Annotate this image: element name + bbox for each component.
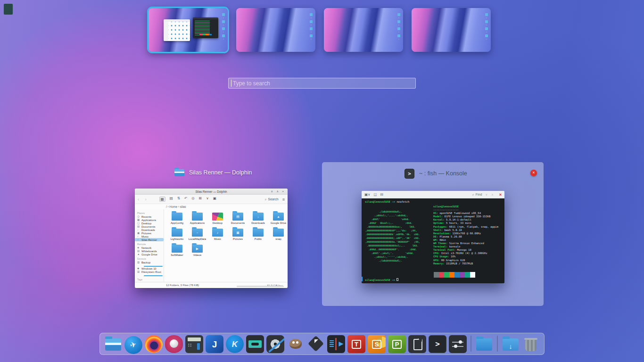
sidebar-item: ▣ Pictures <box>135 231 164 235</box>
planmaker[interactable]: P <box>388 335 406 353</box>
neofetch-info-row: Uptime5 hours, 33 mins <box>433 222 498 225</box>
find-button: ⌕ Find <box>472 193 482 197</box>
neofetch-info-row: DEPlasma 5.20.80 <box>433 235 498 239</box>
desktop-icons <box>397 13 400 37</box>
diamond-app[interactable] <box>307 335 325 355</box>
wallpaper-thumbnail <box>236 8 315 52</box>
toolbar-icon: ⇅ <box>177 197 180 202</box>
discover[interactable]: ✈ <box>124 336 142 354</box>
desktop-2[interactable] <box>236 8 315 52</box>
folder-item: ▲ Google Drive <box>268 213 288 224</box>
breadcrumb: / › Home › silas <box>135 204 288 209</box>
place-icon: ↓ <box>137 229 140 231</box>
textmaker[interactable]: T <box>347 335 365 353</box>
sidebar-item: ▥ Backup <box>135 261 164 267</box>
tab-controls: ▣∨ ◫ ⊟ <box>364 192 383 197</box>
dolphin-folder-view: AppConfig Applications Desktop ▤ Documen… <box>164 209 288 282</box>
folder-icon <box>192 213 203 221</box>
folder-item: snap <box>268 229 288 240</box>
firefox[interactable] <box>145 335 163 353</box>
joplin[interactable]: J <box>206 335 223 353</box>
dolphin-task[interactable] <box>475 335 493 355</box>
tweaks-app[interactable] <box>449 335 467 353</box>
konsole-toolbar: ▣∨ ◫ ⊟ ⌕ Find ∨ ∧ × <box>362 191 504 198</box>
kcalc[interactable]: ∷ <box>185 335 203 353</box>
sidebar-item: ▲ Google Drive <box>135 253 164 256</box>
neofetch-divider: ---------------- <box>433 208 498 212</box>
shotcut[interactable]: ▶ <box>327 335 345 353</box>
video-editor[interactable] <box>266 335 284 353</box>
folder-item: ↓ Downloads <box>248 213 268 224</box>
terminal-color-palette <box>434 272 475 278</box>
tags-heading: Tags <box>137 278 164 281</box>
hamburger-icon: ≡ <box>282 197 285 202</box>
folder-item: Public <box>248 229 268 240</box>
tape-player[interactable] <box>246 335 264 353</box>
desktop-icons <box>310 13 313 37</box>
downloads-shortcut[interactable]: ↓ <box>502 335 520 355</box>
toolbar-icon: ▤ <box>170 197 173 202</box>
folder-item: Applications <box>187 213 207 224</box>
desktop-1[interactable] <box>147 7 229 53</box>
capacity-bar <box>144 266 163 267</box>
folder-icon <box>172 213 182 221</box>
desktop-icons <box>485 13 488 37</box>
folder-icon <box>212 213 223 221</box>
neofetch-ascii-logo: .;ldkO0000Okdl;. .;d00xl:,'....':ok00d;.… <box>365 210 420 263</box>
konsole-launcher[interactable]: > <box>429 335 446 353</box>
device-icon: ▥ <box>137 261 140 264</box>
dolphin-launcher[interactable] <box>104 335 122 355</box>
trash[interactable] <box>522 335 540 355</box>
konsole-window-preview[interactable]: ▣∨ ◫ ⊟ ⌕ Find ∨ ∧ × silas@lenovoSUSE ~> … <box>362 191 504 283</box>
notes-app[interactable] <box>408 335 426 353</box>
neofetch-info-row: Terminalkonsole <box>433 245 498 248</box>
remote-icon: ◈ <box>137 247 140 249</box>
find-icon: ⌕ <box>472 193 474 197</box>
sidebar-item: ♪ Music <box>135 235 164 238</box>
close-icon: × <box>499 192 502 197</box>
folder-icon: ▣ <box>232 229 243 237</box>
status-summary: 12 Folders, 3 Files (78 KiB) <box>166 284 199 287</box>
folder-icon: ↓ <box>253 213 264 221</box>
folder-item: SoftMaker <box>167 245 187 256</box>
neofetch-info-row: CPUIntel i3-7020U (4) @ 2.300GHz <box>433 252 498 255</box>
toolbar-icon: ⊞ <box>199 197 202 202</box>
palette-swatch <box>460 272 465 278</box>
palette-swatch <box>444 272 449 278</box>
remote-icon: ▤ <box>137 250 140 253</box>
media-viewer[interactable] <box>165 335 183 353</box>
desktop-4[interactable] <box>412 8 491 52</box>
neofetch-info-row: Shellbash 5.0.18 <box>433 229 498 232</box>
prompt-indicator <box>362 277 363 281</box>
presentations[interactable]: S <box>368 335 386 353</box>
wallpaper-thumbnail <box>324 8 403 52</box>
dolphin-window-preview[interactable]: Silas Renner — Dolphin ∨ ∧ × ‹ › ▦▤⇅↶◎⊞∨… <box>135 189 288 288</box>
folder-item: AppConfig <box>167 213 187 224</box>
folder-icon: ▤ <box>232 213 243 221</box>
neofetch-info-row: WMKWin <box>433 239 498 242</box>
place-icon: ▤ <box>137 225 140 228</box>
remote-heading: Remote <box>137 243 164 246</box>
falkon[interactable]: K <box>226 335 244 353</box>
folder-item: ▶ Videos <box>187 245 207 256</box>
search-input[interactable] <box>231 80 415 87</box>
sidebar-item: ▦ Applications <box>135 218 164 222</box>
sidebar-item: ▤ Whiteboards <box>135 249 164 253</box>
desktop-3[interactable] <box>324 8 403 52</box>
folder-icon: ▫ <box>192 229 203 237</box>
dolphin-statusbar: 12 Folders, 3 Files (78 KiB) 51.9 GiB fr… <box>135 282 288 288</box>
place-icon: ▦ <box>137 219 140 222</box>
folder-item: Lightworks <box>167 229 187 240</box>
toolbar-icon: ↶ <box>184 197 187 202</box>
place-icon: ▣ <box>137 232 140 235</box>
close-window-button[interactable]: × <box>530 170 537 176</box>
terminal-command-line: silas@lenovoSUSE ~> neofetch <box>365 200 409 203</box>
thumbnail-windows <box>149 8 228 52</box>
folder-icon: ♪ <box>212 229 223 237</box>
overview-search[interactable] <box>228 78 416 89</box>
gimp[interactable] <box>287 335 305 355</box>
konsole-card-title: ~ : fish — Konsole <box>419 170 467 177</box>
dock-separator <box>497 336 498 352</box>
folder-icon <box>172 245 182 253</box>
dolphin-titlebar: Silas Renner — Dolphin ∨ ∧ × <box>135 189 288 195</box>
